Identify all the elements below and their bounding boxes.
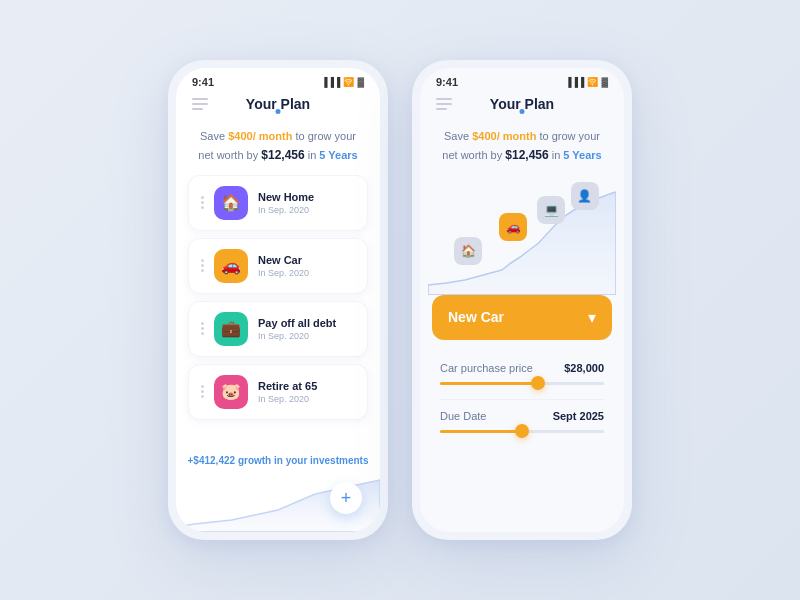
fab-button[interactable]: +	[330, 482, 362, 514]
summary-amount-right: $400/ month	[472, 130, 536, 142]
status-time-left: 9:41	[192, 76, 214, 88]
drag-handle-retire[interactable]	[201, 385, 204, 398]
detail-label-date: Due Date	[440, 410, 486, 422]
goal-date-home: In Sep. 2020	[258, 205, 355, 215]
status-icons-left: ▐▐▐ 🛜 ▓	[321, 77, 364, 87]
goal-item-home[interactable]: 🏠 New Home In Sep. 2020	[188, 175, 368, 231]
goal-date-debt: In Sep. 2020	[258, 331, 355, 341]
plan-summary-left: Save $400/ month to grow your net worth …	[176, 120, 380, 175]
phone-right: 9:41 ▐▐▐ 🛜 ▓ Your Plan Save $40	[412, 60, 632, 540]
menu-icon-left[interactable]	[192, 98, 208, 110]
chart-left: +	[176, 472, 380, 532]
detail-value-date: Sept 2025	[553, 410, 604, 422]
summary-mid2-left: in	[305, 149, 320, 161]
battery-icon-right: ▓	[601, 77, 608, 87]
goal-date-car: In Sep. 2020	[258, 268, 355, 278]
status-time-right: 9:41	[436, 76, 458, 88]
goal-info-car: New Car In Sep. 2020	[258, 254, 355, 278]
summary-amount-left: $400/ month	[228, 130, 292, 142]
banner-chevron-icon: ▾	[588, 308, 596, 327]
slider-fill-date	[440, 430, 522, 433]
goal-item-retire[interactable]: 🐷 Retire at 65 In Sep. 2020	[188, 364, 368, 420]
goal-item-car[interactable]: 🚗 New Car In Sep. 2020	[188, 238, 368, 294]
battery-icon-left: ▓	[357, 77, 364, 87]
goal-info-debt: Pay off all debt In Sep. 2020	[258, 317, 355, 341]
status-bar-left: 9:41 ▐▐▐ 🛜 ▓	[176, 68, 380, 92]
slider-fill-price	[440, 382, 538, 385]
goal-name-debt: Pay off all debt	[258, 317, 355, 329]
goal-icon-debt: 💼	[214, 312, 248, 346]
summary-post1-left: to grow your	[292, 130, 356, 142]
slider-track-date[interactable]	[440, 430, 604, 433]
summary-pre2-left: net worth by	[198, 149, 261, 161]
banner-label: New Car	[448, 309, 504, 325]
menu-icon-right[interactable]	[436, 98, 452, 110]
selected-goal-banner[interactable]: New Car ▾	[432, 295, 612, 340]
detail-section: Car purchase price $28,000 Due Date Sept…	[420, 340, 624, 447]
growth-suffix: growth in your investments	[238, 455, 369, 466]
goal-info-home: New Home In Sep. 2020	[258, 191, 355, 215]
status-bar-right: 9:41 ▐▐▐ 🛜 ▓	[420, 68, 624, 92]
detail-value-price: $28,000	[564, 362, 604, 374]
drag-handle-car[interactable]	[201, 259, 204, 272]
slider-track-price[interactable]	[440, 382, 604, 385]
goal-icon-retire: 🐷	[214, 375, 248, 409]
wifi-icon-left: 🛜	[343, 77, 354, 87]
growth-amount: +$412,422	[188, 455, 236, 466]
phone-header-right: Your Plan	[420, 92, 624, 120]
detail-row-price: Car purchase price $28,000	[440, 362, 604, 374]
divider-1	[440, 399, 604, 400]
drag-handle-debt[interactable]	[201, 322, 204, 335]
goal-item-debt[interactable]: 💼 Pay off all debt In Sep. 2020	[188, 301, 368, 357]
goal-name-car: New Car	[258, 254, 355, 266]
goals-list: 🏠 New Home In Sep. 2020 🚗 New Car	[176, 175, 380, 451]
summary-pre1-left: Save	[200, 130, 228, 142]
goal-date-retire: In Sep. 2020	[258, 394, 355, 404]
summary-years-left: 5 Years	[319, 149, 357, 161]
phone-left-inner: 9:41 ▐▐▐ 🛜 ▓ Your Plan Save $40	[176, 68, 380, 532]
summary-total-left: $12,456	[261, 148, 304, 162]
slider-thumb-price[interactable]	[531, 376, 545, 390]
plan-summary-right: Save $400/ month to grow your net worth …	[420, 120, 624, 175]
goal-info-retire: Retire at 65 In Sep. 2020	[258, 380, 355, 404]
wifi-icon-right: 🛜	[587, 77, 598, 87]
goal-name-home: New Home	[258, 191, 355, 203]
growth-text: +$412,422 growth in your investments	[176, 451, 380, 468]
signal-icon-left: ▐▐▐	[321, 77, 340, 87]
status-icons-right: ▐▐▐ 🛜 ▓	[565, 77, 608, 87]
phone-header-left: Your Plan	[176, 92, 380, 120]
detail-label-price: Car purchase price	[440, 362, 533, 374]
phones-container: 9:41 ▐▐▐ 🛜 ▓ Your Plan Save $40	[168, 60, 632, 540]
header-dot-left	[276, 109, 281, 114]
slider-thumb-date[interactable]	[515, 424, 529, 438]
drag-handle-home[interactable]	[201, 196, 204, 209]
phone-right-inner: 9:41 ▐▐▐ 🛜 ▓ Your Plan Save $40	[420, 68, 624, 532]
goal-icon-car: 🚗	[214, 249, 248, 283]
signal-icon-right: ▐▐▐	[565, 77, 584, 87]
phone-left: 9:41 ▐▐▐ 🛜 ▓ Your Plan Save $40	[168, 60, 388, 540]
goal-icon-home: 🏠	[214, 186, 248, 220]
timeline-area: 🏠 🚗 💻 👤	[428, 175, 616, 295]
header-dot-right	[520, 109, 525, 114]
detail-row-date: Due Date Sept 2025	[440, 410, 604, 422]
summary-years-right: 5 Years	[563, 149, 601, 161]
summary-total-right: $12,456	[505, 148, 548, 162]
goal-name-retire: Retire at 65	[258, 380, 355, 392]
